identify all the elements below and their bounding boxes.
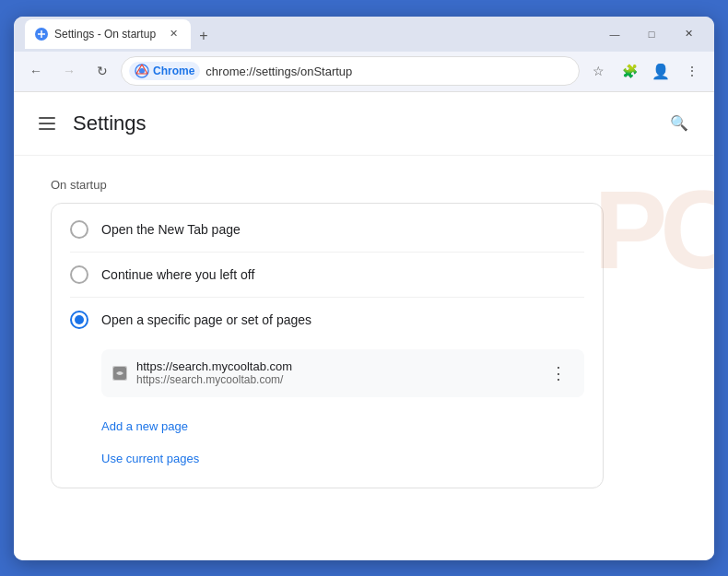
address-text: chrome://settings/onStartup xyxy=(205,65,571,78)
page-url-main: https://search.mycooltab.com xyxy=(136,359,534,373)
page-urls: https://search.mycooltab.com https://sea… xyxy=(136,359,534,386)
bookmark-button[interactable]: ☆ xyxy=(583,56,613,86)
settings-search-button[interactable]: 🔍 xyxy=(663,107,696,140)
radio-button-specific[interactable] xyxy=(70,311,88,329)
section-label: On startup xyxy=(51,178,677,192)
hamburger-line xyxy=(39,123,55,124)
tab-close-button[interactable]: ✕ xyxy=(165,26,182,42)
refresh-button[interactable]: ↻ xyxy=(88,56,117,86)
address-bar[interactable]: Chrome chrome://settings/onStartup xyxy=(121,56,580,86)
chrome-logo-icon xyxy=(135,64,149,78)
radio-label-new-tab: Open the New Tab page xyxy=(101,222,241,237)
hamburger-line xyxy=(39,117,55,119)
title-bar: Settings - On startup ✕ + — □ ✕ xyxy=(14,17,714,52)
more-icon: ⋮ xyxy=(550,363,567,383)
page-url-sub: https://search.mycooltab.com/ xyxy=(136,373,534,386)
radio-button-continue[interactable] xyxy=(70,265,88,284)
tab-favicon xyxy=(34,27,49,41)
radio-label-continue: Continue where you left off xyxy=(101,267,254,282)
settings-page: Settings 🔍 PC On startup Open the New Ta… xyxy=(14,92,714,560)
star-icon: ☆ xyxy=(593,64,605,78)
settings-header: Settings 🔍 xyxy=(14,92,714,156)
startup-options-card: Open the New Tab page Continue where you… xyxy=(51,203,604,488)
radio-option-new-tab[interactable]: Open the New Tab page xyxy=(52,207,603,252)
settings-page-title: Settings xyxy=(73,112,652,135)
favicon-icon xyxy=(113,367,126,380)
back-button[interactable]: ← xyxy=(21,56,51,86)
svg-point-2 xyxy=(139,68,145,74)
nav-bar: ← → ↻ Chrome chrome://settings/onStartup… xyxy=(14,52,714,92)
page-entry-more-button[interactable]: ⋮ xyxy=(544,359,573,388)
add-new-page-link[interactable]: Add a new page xyxy=(101,412,584,441)
new-tab-button[interactable]: + xyxy=(191,23,217,49)
hamburger-line xyxy=(39,128,55,130)
search-icon: 🔍 xyxy=(670,114,688,132)
window-controls: — □ ✕ xyxy=(596,20,707,48)
refresh-icon: ↻ xyxy=(97,64,108,78)
extensions-icon: 🧩 xyxy=(622,64,638,78)
radio-option-continue[interactable]: Continue where you left off xyxy=(52,253,603,297)
action-links: Add a new page Use current pages xyxy=(52,408,603,484)
active-tab[interactable]: Settings - On startup ✕ xyxy=(25,19,191,49)
page-entry: https://search.mycooltab.com https://sea… xyxy=(101,349,584,397)
forward-button[interactable]: → xyxy=(54,56,84,86)
browser-window: Settings - On startup ✕ + — □ ✕ ← → ↻ xyxy=(14,17,714,560)
radio-option-specific[interactable]: Open a specific page or set of pages xyxy=(52,298,603,342)
menu-button[interactable]: ⋮ xyxy=(677,56,707,86)
chrome-badge: Chrome xyxy=(129,62,200,80)
page-favicon xyxy=(112,366,127,381)
chrome-label: Chrome xyxy=(153,65,194,77)
maximize-button[interactable]: □ xyxy=(633,20,670,48)
radio-button-new-tab[interactable] xyxy=(70,220,88,239)
menu-icon: ⋮ xyxy=(686,64,699,78)
use-current-pages-link[interactable]: Use current pages xyxy=(101,444,584,473)
close-button[interactable]: ✕ xyxy=(670,20,707,48)
hamburger-menu-button[interactable] xyxy=(32,109,62,138)
specific-pages-section: https://search.mycooltab.com https://sea… xyxy=(52,342,603,408)
tab-title: Settings - On startup xyxy=(54,28,159,41)
nav-actions: ☆ 🧩 👤 ⋮ xyxy=(583,56,707,86)
settings-content: PC On startup Open the New Tab page Cont… xyxy=(14,156,714,511)
extensions-button[interactable]: 🧩 xyxy=(615,56,644,86)
profile-button[interactable]: 👤 xyxy=(646,56,675,86)
radio-label-specific: Open a specific page or set of pages xyxy=(101,312,311,327)
minimize-button[interactable]: — xyxy=(596,20,633,48)
tab-bar: Settings - On startup ✕ + xyxy=(21,19,591,49)
back-icon: ← xyxy=(29,64,42,78)
profile-icon: 👤 xyxy=(652,63,670,80)
forward-icon: → xyxy=(63,64,76,78)
